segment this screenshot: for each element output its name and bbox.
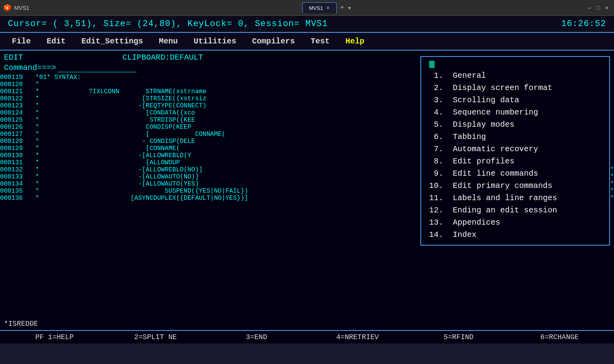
main-content: EDIT CLIPBOARD:DEFAULT Command ===> 0001… xyxy=(0,51,614,343)
line-content: -[ALLOWREBLD(NO)] xyxy=(40,166,203,173)
line-number: 000122 xyxy=(0,95,32,102)
line-content: CONDISP(KEEP xyxy=(40,124,191,131)
line-number: 000129 xyxy=(0,145,32,152)
line-suffix: * xyxy=(610,195,614,202)
help-item[interactable]: 13. Appendices xyxy=(429,216,601,229)
line-marker: * xyxy=(32,102,40,109)
line-marker: *01* xyxy=(32,74,51,81)
line-content: [ALLOWDUP xyxy=(40,159,180,166)
line-marker: * xyxy=(32,195,40,202)
status-bar: Cursor= ( 3,51), Size= (24,80), KeyLock=… xyxy=(0,16,614,33)
line-suffix: * xyxy=(610,180,614,188)
clipboard-value: CLIPBOARD:DEFAULT xyxy=(122,53,203,62)
line-marker: * xyxy=(32,188,40,195)
function-key-item[interactable]: 6=RCHANGE xyxy=(509,333,610,341)
title-bar: ◆ MVS1 MVS1 ✕ + ▾ — □ ✕ xyxy=(0,0,614,16)
line-number: 000119 xyxy=(0,74,32,81)
line-marker: * xyxy=(32,145,40,152)
help-item[interactable]: 6. Tabbing xyxy=(429,131,601,143)
line-content: -[ALLOWAUTO(YES) xyxy=(40,180,199,188)
command-input[interactable] xyxy=(58,63,137,72)
command-arrow: ===> xyxy=(37,63,56,72)
function-key-item[interactable]: 4=NRETRIEV xyxy=(307,333,408,341)
help-item[interactable]: 1. General xyxy=(429,69,601,82)
new-tab-button[interactable]: + xyxy=(337,4,347,12)
function-keys-bar: PF 1=HELP2=SPLIT NE3=END4=NRETRIEV5=RFIN… xyxy=(0,330,614,343)
help-popup: 1. General 2. Display screen format 3. S… xyxy=(420,56,610,246)
line-suffix: * xyxy=(610,173,614,180)
menu-item-test[interactable]: Test xyxy=(311,37,330,46)
line-marker: * xyxy=(32,124,40,131)
maximize-button[interactable]: □ xyxy=(595,5,601,11)
line-number: 000133 xyxy=(0,173,32,180)
line-marker: * xyxy=(32,138,40,145)
line-content: - CONDISP(DELE xyxy=(40,138,195,145)
line-content: [STRSIZE({xstrsiz xyxy=(40,95,206,102)
help-item[interactable]: 10. Edit primary commands xyxy=(429,180,601,192)
line-marker: * xyxy=(32,173,40,180)
line-number: 000136 xyxy=(0,195,32,202)
help-item[interactable]: 3. Scrolling data xyxy=(429,94,601,106)
cursor-status: Cursor= ( 3,51), Size= (24,80), KeyLock=… xyxy=(8,19,328,29)
help-item[interactable]: 5. Display modes xyxy=(429,118,601,131)
help-item[interactable]: 12. Ending an edit session xyxy=(429,204,601,216)
line-content: STRDISP({KEE xyxy=(40,116,195,124)
line-content: -[ALLOWAUTO(NO)] xyxy=(40,173,199,180)
bottom-status: *ISREDDE xyxy=(0,319,42,328)
line-content: [CONNAME( xyxy=(40,145,180,152)
menu-item-compilers[interactable]: Compilers xyxy=(252,37,295,46)
help-item[interactable]: 11. Labels and line ranges xyxy=(429,192,601,204)
line-number: 000130 xyxy=(0,152,32,159)
line-number: 000131 xyxy=(0,159,32,166)
line-number: 000126 xyxy=(0,124,32,131)
line-number: 000121 xyxy=(0,88,32,95)
bottom-status-text: *ISREDDE xyxy=(4,320,38,328)
tab-close-button[interactable]: ✕ xyxy=(326,5,330,11)
line-suffix: * xyxy=(610,188,614,195)
line-marker: * xyxy=(32,88,40,95)
line-number: 000124 xyxy=(0,109,32,116)
function-key-item[interactable]: 5=RFIND xyxy=(408,333,509,341)
menu-item-help[interactable]: Help xyxy=(345,37,364,46)
help-item[interactable]: 4. Sequence numbering xyxy=(429,106,601,118)
line-marker: * xyxy=(32,159,40,166)
menu-item-utilities[interactable]: Utilities xyxy=(194,37,236,46)
line-number: 000125 xyxy=(0,116,32,124)
help-item[interactable]: 2. Display screen format xyxy=(429,82,601,94)
menu-item-menu[interactable]: Menu xyxy=(159,37,178,46)
line-marker: * xyxy=(32,109,40,116)
line-number: 000132 xyxy=(0,166,32,173)
menu-item-file[interactable]: File xyxy=(12,37,31,46)
menu-item-edit[interactable]: Edit xyxy=(47,37,66,46)
command-label: Command xyxy=(4,63,37,72)
active-tab[interactable]: MVS1 ✕ xyxy=(302,2,337,13)
line-content: [ CONNAME( xyxy=(40,131,225,138)
cursor-block xyxy=(429,61,435,68)
line-marker: * xyxy=(32,116,40,124)
help-item[interactable]: 8. Edit profiles xyxy=(429,155,601,167)
line-content: -[REQTYPE(CONNECT) xyxy=(40,102,206,109)
line-content: -[ALLOWREBLD(Y xyxy=(40,152,191,159)
function-key-item[interactable]: PF 1=HELP xyxy=(4,333,105,341)
function-key-item[interactable]: 2=SPLIT NE xyxy=(105,333,206,341)
help-item[interactable]: 9. Edit line commands xyxy=(429,167,601,180)
close-button[interactable]: ✕ xyxy=(604,5,610,11)
line-number: 000120 xyxy=(0,81,32,88)
tab-label: MVS1 xyxy=(309,5,323,11)
time-display: 16:26:52 xyxy=(561,19,606,29)
tab-dropdown-button[interactable]: ▾ xyxy=(347,4,352,12)
line-number: 000134 xyxy=(0,180,32,188)
minimize-button[interactable]: — xyxy=(586,5,593,11)
line-marker: * xyxy=(32,131,40,138)
menu-item-edit_settings[interactable]: Edit_Settings xyxy=(81,37,143,46)
window-title: MVS1 xyxy=(14,5,298,11)
line-marker: * xyxy=(32,81,40,88)
help-item[interactable]: 14. Index xyxy=(429,229,601,241)
menu-bar: FileEditEdit_SettingsMenuUtilitiesCompil… xyxy=(0,33,614,51)
line-content: SYNTAX: xyxy=(51,74,81,81)
function-key-item[interactable]: 3=END xyxy=(206,333,307,341)
window-controls: — □ ✕ xyxy=(586,5,610,11)
line-marker: * xyxy=(32,152,40,159)
help-item[interactable]: 7. Automatic recovery xyxy=(429,143,601,155)
line-content: [ASYNCDUPLEX({DEFAULT|NO|YES})] xyxy=(40,195,248,202)
